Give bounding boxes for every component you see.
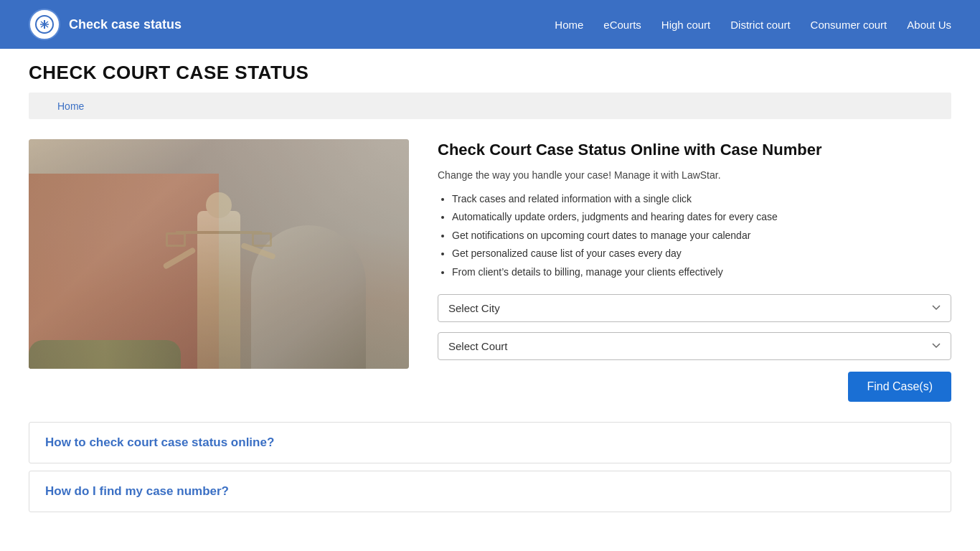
select-court[interactable]: Select Court xyxy=(438,332,951,360)
court-image xyxy=(29,139,409,369)
nav-district-court[interactable]: District court xyxy=(730,19,790,31)
faq-question-1[interactable]: How to check court case status online? xyxy=(45,435,935,450)
faq-question-2[interactable]: How do I find my case number? xyxy=(45,484,935,499)
breadcrumb-home[interactable]: Home xyxy=(57,100,84,112)
logo-area[interactable]: Check case status xyxy=(29,9,182,40)
feature-item-2: Automatically update orders, judgments a… xyxy=(452,210,951,225)
feature-item-4: Get personalized cause list of your case… xyxy=(452,247,951,261)
logo-text: Check case status xyxy=(69,17,182,32)
nav-ecourts[interactable]: eCourts xyxy=(603,19,641,31)
feature-item-5: From client’s details to billing, manage… xyxy=(452,265,951,280)
info-panel: Check Court Case Status Online with Case… xyxy=(438,139,951,402)
form-dropdowns: Select City Select Court xyxy=(438,294,951,360)
page-title-bar: CHECK COURT CASE STATUS xyxy=(0,49,980,93)
main-content: Check Court Case Status Online with Case… xyxy=(0,119,980,422)
faq-section: How to check court case status online? H… xyxy=(0,422,980,548)
feature-item-3: Get notifications on upcoming court date… xyxy=(452,229,951,243)
nav-home[interactable]: Home xyxy=(555,19,583,31)
main-nav: Home eCourts High court District court C… xyxy=(555,19,951,31)
faq-item-1: How to check court case status online? xyxy=(29,422,951,463)
logo-icon xyxy=(29,9,60,40)
select-city[interactable]: Select City xyxy=(438,294,951,322)
find-button-wrap: Find Case(s) xyxy=(438,372,951,402)
nav-consumer-court[interactable]: Consumer court xyxy=(811,19,887,31)
feature-list: Track cases and related information with… xyxy=(438,192,951,280)
feature-item-1: Track cases and related information with… xyxy=(452,192,951,207)
page-title: CHECK COURT CASE STATUS xyxy=(29,62,951,84)
info-heading: Check Court Case Status Online with Case… xyxy=(438,139,951,161)
nav-high-court[interactable]: High court xyxy=(661,19,710,31)
find-cases-button[interactable]: Find Case(s) xyxy=(848,372,951,402)
breadcrumb: Home xyxy=(29,93,951,119)
info-tagline: Change the way you handle your case! Man… xyxy=(438,169,951,181)
faq-item-2: How do I find my case number? xyxy=(29,471,951,512)
nav-about-us[interactable]: About Us xyxy=(907,19,951,31)
